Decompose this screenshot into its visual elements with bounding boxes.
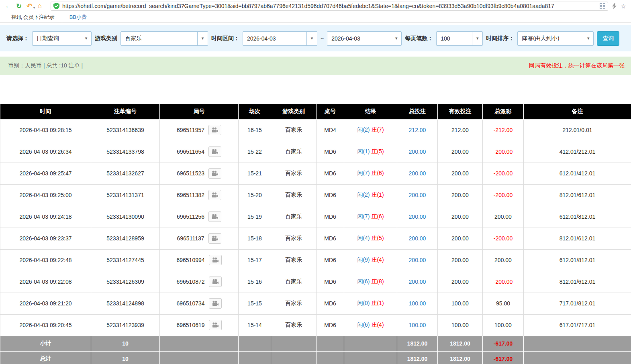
summary-empty-cell [239,351,271,364]
tab-bet-records[interactable]: 视讯 会员下注纪录 [4,12,62,22]
summary-empty-cell [160,336,239,351]
url-text[interactable]: https://iohetf.com/game/betrecord_search… [62,3,597,9]
cell-bet-no: 523314131371 [91,184,160,206]
cell-note: 617.01/717.01 [524,314,631,336]
cell-total-bet[interactable]: 200.00 [397,163,438,184]
cell-session: 15-16 [239,271,271,293]
query-type-select[interactable]: 日期查询 ▾ [32,31,92,46]
video-replay-button[interactable] [208,211,221,222]
sort-order-select[interactable]: 降幂(由大到小) ▾ [517,31,594,46]
cell-total-bet[interactable]: 212.00 [397,119,438,141]
cell-total-bet[interactable]: 200.00 [397,271,438,293]
video-camera-icon [212,149,218,155]
cell-total-bet[interactable]: 200.00 [397,184,438,206]
cell-table-no: MD6 [317,271,344,293]
cell-table-no: MD6 [317,141,344,163]
cell-session: 15-20 [239,184,271,206]
table-row: 2026-04-03 09:25:47 523314132627 6965115… [0,163,631,184]
video-camera-icon [212,279,219,285]
time-range-label: 时间区间： [211,35,239,42]
summary-total-bet: 1812.00 [397,351,438,364]
cell-total-bet[interactable]: 200.00 [397,206,438,228]
cell-payout: -200.00 [483,228,524,249]
result-player: 闲(2) [357,191,370,198]
date-to-select[interactable]: 2026-04-03 ▾ [327,31,402,46]
address-bar[interactable]: https://iohetf.com/game/betrecord_search… [51,2,608,11]
cell-table-no: MD6 [317,249,344,271]
cell-total-bet[interactable]: 200.00 [397,249,438,271]
cell-time: 2026-04-03 09:21:20 [0,293,91,314]
cell-session: 16-15 [239,119,271,141]
table-row: 2026-04-03 09:24:18 523314130090 6965112… [0,206,631,228]
cell-game-type: 百家乐 [271,228,317,249]
video-camera-icon [212,192,218,198]
cell-game-type: 百家乐 [271,163,317,184]
table-row: 2026-04-03 09:20:45 523314123939 6965106… [0,314,631,336]
records-table-wrap: 时间注单编号局号场次游戏类别桌号结果总投注有效投注总派彩备注 2026-04-0… [0,104,631,364]
video-camera-icon [212,127,218,133]
cell-valid-bet: 212.00 [438,119,483,141]
cell-round-no: 696511654 [160,141,239,163]
chevron-down-icon: ▾ [197,32,208,45]
cell-session: 15-19 [239,206,271,228]
back-icon[interactable]: ← [3,2,14,10]
summary-empty-cell [317,336,344,351]
cell-game-type: 百家乐 [271,206,317,228]
cell-time: 2026-04-03 09:25:00 [0,184,91,206]
cell-total-bet[interactable]: 100.00 [397,314,438,336]
cell-result: 闲(4) 庄(5) [344,228,397,249]
bookmark-star-icon[interactable]: ☆ [621,2,626,10]
undo-icon[interactable]: ↶▾ [24,2,35,10]
video-replay-button[interactable] [208,125,221,135]
column-header-3: 场次 [239,104,271,119]
lightning-icon[interactable] [612,3,617,9]
query-type-label: 请选择： [6,35,29,42]
video-replay-button[interactable] [209,255,222,265]
game-type-select[interactable]: 百家乐 ▾ [120,31,208,46]
undo-dropdown-icon[interactable]: ▾ [33,6,35,10]
video-replay-button[interactable] [208,168,221,179]
date-from-select[interactable]: 2026-04-03 ▾ [243,31,317,46]
table-row: 2026-04-03 09:21:20 523314124898 6965107… [0,293,631,314]
result-player: 闲(9) [357,256,370,263]
video-replay-button[interactable] [209,320,222,330]
cell-total-bet[interactable]: 100.00 [397,293,438,314]
cell-total-bet[interactable]: 200.00 [397,228,438,249]
video-replay-button[interactable] [208,233,221,244]
reload-icon[interactable]: ↻ [14,2,24,10]
cell-payout: -200.00 [483,271,524,293]
video-replay-button[interactable] [209,277,222,287]
cell-table-no: MD4 [317,119,344,141]
search-button[interactable]: 查询 [597,31,619,46]
apps-grid-icon[interactable] [600,3,605,9]
result-player: 闲(1) [357,148,370,155]
cell-total-bet[interactable]: 200.00 [397,141,438,163]
video-replay-button[interactable] [208,146,221,157]
cell-table-no: MD6 [317,228,344,249]
cell-result: 闲(1) 庄(5) [344,141,397,163]
cell-game-type: 百家乐 [271,271,317,293]
result-banker: 庄(1) [371,191,384,198]
cell-bet-no: 523314126309 [91,271,160,293]
summary-empty-cell [524,351,631,364]
column-header-7: 总投注 [397,104,438,119]
home-icon[interactable]: ⌂ [35,2,45,10]
video-replay-button[interactable] [209,298,222,309]
cell-valid-bet: 200.00 [438,249,483,271]
summary-total-bet: 1812.00 [397,336,438,351]
video-camera-icon [212,171,218,176]
date-from-value: 2026-04-03 [243,35,306,42]
video-replay-button[interactable] [208,190,221,200]
cell-round-no: 696511256 [160,206,239,228]
header-row: 时间注单编号局号场次游戏类别桌号结果总投注有效投注总派彩备注 [0,104,631,119]
round-no-text: 696510619 [176,322,204,328]
round-no-text: 696511654 [177,148,204,155]
tab-bb-tip[interactable]: BB小费 [62,12,94,22]
cell-result: 闲(7) 庄(6) [344,206,397,228]
result-banker: 庄(5) [371,235,384,241]
game-type-value: 百家乐 [121,35,197,42]
cell-time: 2026-04-03 09:22:48 [0,249,91,271]
per-page-select[interactable]: 100 ▾ [436,31,483,46]
chevron-down-icon: ▾ [81,32,91,45]
result-banker: 庄(4) [371,256,384,263]
